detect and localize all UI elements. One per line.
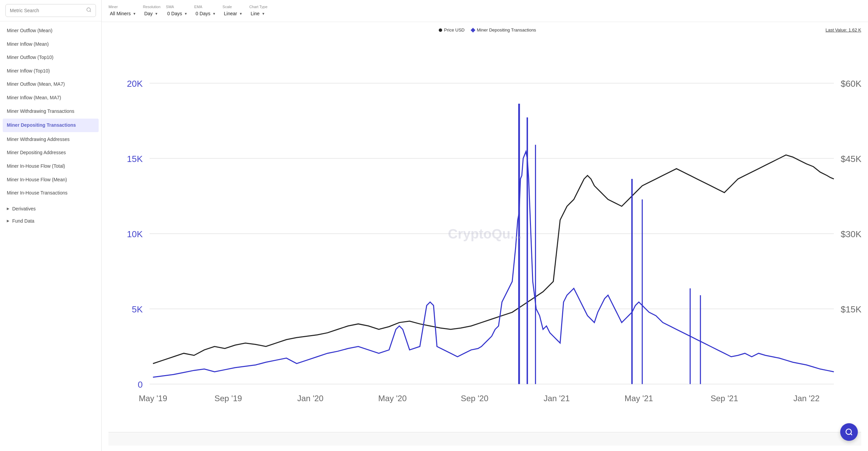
main-content: Miner All Miners ▼ Resolution Day ▼ SMA … [102, 0, 868, 451]
sma-label: SMA [166, 5, 189, 9]
resolution-select[interactable]: Day ▼ [143, 10, 160, 17]
legend-metric-label: Miner Depositing Transactions [477, 27, 536, 33]
ema-value: 0 Days [196, 11, 211, 16]
sidebar-section[interactable]: ▶Derivatives [0, 203, 101, 215]
sma-value: 0 Days [167, 11, 182, 16]
svg-text:Sep '19: Sep '19 [215, 394, 242, 403]
ema-select[interactable]: 0 Days ▼ [194, 10, 217, 17]
sma-select[interactable]: 0 Days ▼ [166, 10, 189, 17]
scale-select[interactable]: Linear ▼ [222, 10, 244, 17]
chart-type-label: Chart Type [249, 5, 268, 9]
section-label: Derivatives [12, 206, 36, 211]
svg-text:Sep '21: Sep '21 [711, 394, 738, 403]
svg-text:$15K: $15K [841, 304, 861, 314]
legend-price: Price USD [439, 27, 465, 33]
toolbar-group-scale: Scale Linear ▼ [222, 5, 244, 17]
resolution-value: Day [144, 11, 153, 16]
svg-text:May '19: May '19 [139, 394, 167, 403]
svg-text:$60K: $60K [841, 79, 861, 89]
scale-label: Scale [222, 5, 244, 9]
svg-line-33 [851, 434, 852, 435]
sidebar-item[interactable]: Miner Depositing Addresses [0, 146, 101, 160]
ema-label: EMA [194, 5, 217, 9]
chart-scrollbar[interactable] [108, 432, 861, 446]
toolbar-group-miner: Miner All Miners ▼ [108, 5, 137, 17]
svg-text:5K: 5K [132, 304, 143, 314]
sidebar-item[interactable]: Miner Inflow (Mean) [0, 38, 101, 51]
metric-diamond-icon [471, 27, 475, 32]
sidebar-item[interactable]: Miner In-House Transactions [0, 186, 101, 200]
chart-svg: 20K 15K 10K 5K 0 $60K $45K $30K $15K May… [108, 37, 861, 431]
svg-text:$30K: $30K [841, 229, 861, 239]
search-container [0, 0, 101, 21]
resolution-dropdown-icon: ▼ [155, 12, 158, 16]
sidebar-item[interactable]: Miner Inflow (Mean, MA7) [0, 91, 101, 105]
svg-text:May '20: May '20 [378, 394, 407, 403]
search-box[interactable] [5, 4, 96, 17]
chart-legend: Price USD Miner Depositing Transactions … [108, 27, 861, 33]
price-dot-icon [439, 28, 442, 32]
sidebar-item[interactable]: Miner Withdrawing Addresses [0, 133, 101, 146]
svg-point-32 [846, 429, 851, 434]
chart-type-value: Line [251, 11, 259, 16]
svg-text:15K: 15K [127, 154, 143, 164]
sidebar: Miner Outflow (Mean)Miner Inflow (Mean)M… [0, 0, 102, 451]
chevron-right-icon: ▶ [7, 219, 9, 223]
ema-dropdown-icon: ▼ [212, 12, 216, 16]
svg-text:10K: 10K [127, 229, 143, 239]
sidebar-item[interactable]: Miner Outflow (Mean) [0, 24, 101, 38]
miner-dropdown-icon: ▼ [133, 12, 136, 16]
scale-dropdown-icon: ▼ [239, 12, 242, 16]
chart-svg-wrapper: CryptoQu... 20K 15K 10K 5K 0 $60K $45K $… [108, 37, 861, 431]
sidebar-section[interactable]: ▶Fund Data [0, 215, 101, 227]
svg-text:0: 0 [138, 380, 143, 390]
toolbar-group-chart-type: Chart Type Line ▼ [249, 5, 268, 17]
section-label: Fund Data [12, 218, 34, 224]
miner-select[interactable]: All Miners ▼ [108, 10, 137, 17]
sidebar-item[interactable]: Miner Depositing Transactions [3, 119, 99, 132]
legend-price-label: Price USD [444, 27, 465, 33]
svg-text:Jan '20: Jan '20 [297, 394, 323, 403]
legend-items: Price USD Miner Depositing Transactions [157, 27, 817, 33]
chart-container: Price USD Miner Depositing Transactions … [102, 22, 868, 451]
svg-text:Jan '21: Jan '21 [544, 394, 570, 403]
sidebar-item[interactable]: Miner In-House Flow (Total) [0, 160, 101, 173]
search-fab-button[interactable] [840, 423, 858, 441]
sidebar-item[interactable]: Miner Outflow (Top10) [0, 51, 101, 64]
last-value-link[interactable]: Last Value: 1.62 K [826, 27, 861, 33]
svg-point-0 [87, 8, 91, 12]
toolbar-group-sma: SMA 0 Days ▼ [166, 5, 189, 17]
sma-dropdown-icon: ▼ [184, 12, 188, 16]
miner-label: Miner [108, 5, 137, 9]
svg-text:Sep '20: Sep '20 [461, 394, 488, 403]
search-icon [86, 7, 92, 14]
svg-text:$45K: $45K [841, 154, 861, 164]
sidebar-item[interactable]: Miner Inflow (Top10) [0, 64, 101, 78]
legend-metric: Miner Depositing Transactions [471, 27, 536, 33]
toolbar-group-resolution: Resolution Day ▼ [143, 5, 160, 17]
resolution-label: Resolution [143, 5, 160, 9]
svg-line-1 [90, 11, 91, 12]
sidebar-item[interactable]: Miner In-House Flow (Mean) [0, 173, 101, 187]
chart-type-select[interactable]: Line ▼ [249, 10, 268, 17]
sidebar-item[interactable]: Miner Withdrawing Transactions [0, 105, 101, 118]
sidebar-item[interactable]: Miner Outflow (Mean, MA7) [0, 78, 101, 91]
toolbar: Miner All Miners ▼ Resolution Day ▼ SMA … [102, 0, 868, 22]
search-input[interactable] [10, 8, 83, 13]
chart-type-dropdown-icon: ▼ [262, 12, 265, 16]
svg-text:May '21: May '21 [625, 394, 653, 403]
miner-value: All Miners [110, 11, 131, 16]
svg-text:20K: 20K [127, 79, 143, 89]
sidebar-list: Miner Outflow (Mean)Miner Inflow (Mean)M… [0, 21, 101, 203]
svg-text:Jan '22: Jan '22 [793, 394, 820, 403]
toolbar-group-ema: EMA 0 Days ▼ [194, 5, 217, 17]
chevron-right-icon: ▶ [7, 207, 9, 210]
scale-value: Linear [224, 11, 237, 16]
